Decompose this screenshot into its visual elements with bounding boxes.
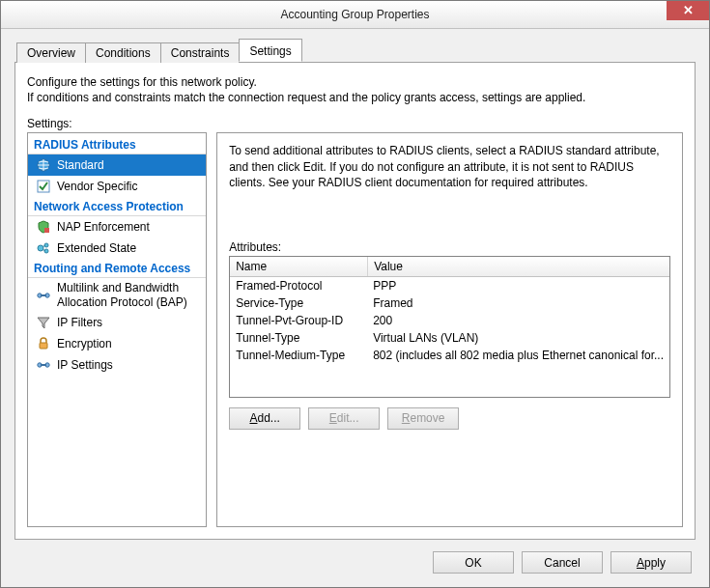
attr-value: Framed [367, 295, 669, 311]
attr-name: Service-Type [230, 295, 367, 311]
intro-text: Configure the settings for this network … [27, 74, 683, 105]
tree-item-nap-enforcement[interactable]: NAP Enforcement [28, 216, 206, 238]
tree-item-label: NAP Enforcement [57, 220, 200, 234]
attributes-table[interactable]: Name Value Framed-Protocol PPP Service-T… [229, 256, 670, 398]
attributes-header: Name Value [230, 257, 669, 277]
tree-item-label: IP Settings [57, 358, 200, 372]
dialog-button-row: OK Cancel Apply [1, 540, 709, 587]
tree-item-label: Standard [57, 158, 200, 172]
tree-item-ip-settings[interactable]: IP Settings [28, 354, 206, 376]
tree-item-vendor-specific[interactable]: Vendor Specific [28, 176, 206, 197]
tree-item-multilink-bap[interactable]: Multilink and Bandwidth Allocation Proto… [28, 278, 206, 312]
table-row[interactable]: Tunnel-Type Virtual LANs (VLAN) [230, 329, 669, 347]
column-header-value[interactable]: Value [368, 257, 669, 276]
attr-name: Tunnel-Type [230, 330, 367, 346]
attributes-label: Attributes: [229, 240, 670, 254]
svg-rect-9 [40, 343, 47, 349]
close-icon: ✕ [683, 3, 694, 17]
funnel-icon [36, 315, 51, 330]
tree-item-label: IP Filters [57, 316, 200, 329]
checkbox-icon [36, 179, 51, 194]
remove-button[interactable]: Remove [387, 407, 459, 430]
attr-name: Framed-Protocol [230, 278, 367, 294]
dialog-window: Accounting Group Properties ✕ Overview C… [0, 0, 710, 588]
attributes-button-row: Add... Edit... Remove [229, 407, 670, 430]
attr-value: 200 [367, 313, 669, 328]
close-button[interactable]: ✕ [667, 1, 709, 20]
tab-constraints[interactable]: Constraints [160, 42, 241, 63]
lock-icon [36, 336, 51, 351]
table-row[interactable]: Tunnel-Pvt-Group-ID 200 [230, 312, 669, 329]
ok-button[interactable]: OK [433, 551, 514, 574]
tab-overview[interactable]: Overview [16, 42, 86, 63]
tree-group-radius-attributes: RADIUS Attributes [28, 135, 206, 154]
intro-line-1: Configure the settings for this network … [27, 74, 683, 90]
tree-item-ip-filters[interactable]: IP Filters [28, 312, 206, 333]
table-row[interactable]: Framed-Protocol PPP [230, 277, 669, 294]
attr-value: PPP [367, 278, 669, 294]
tree-item-extended-state[interactable]: Extended State [28, 238, 206, 259]
svg-rect-8 [41, 294, 46, 296]
settings-tree[interactable]: RADIUS Attributes Standard Vendor Specif… [27, 132, 207, 527]
tree-item-encryption[interactable]: Encryption [28, 333, 206, 354]
tree-group-nap: Network Access Protection [28, 197, 206, 216]
attr-value: Virtual LANs (VLAN) [367, 330, 669, 346]
tree-group-rras: Routing and Remote Access [28, 259, 206, 278]
node-icon [36, 240, 51, 256]
panel-description: To send additional attributes to RADIUS … [229, 143, 670, 190]
svg-rect-12 [41, 364, 46, 366]
settings-label: Settings: [27, 117, 683, 130]
link-icon [36, 357, 51, 373]
attr-name: Tunnel-Pvt-Group-ID [230, 313, 367, 328]
add-button[interactable]: Add... [229, 407, 300, 430]
svg-point-3 [38, 245, 43, 251]
table-row[interactable]: Service-Type Framed [230, 294, 669, 312]
tree-item-standard[interactable]: Standard [28, 154, 206, 176]
intro-line-2: If conditions and constraints match the … [27, 90, 683, 105]
cancel-button[interactable]: Cancel [522, 551, 603, 574]
tab-page-settings: Configure the settings for this network … [14, 62, 696, 540]
table-row[interactable]: Tunnel-Medium-Type 802 (includes all 802… [230, 347, 669, 364]
tree-item-label: Extended State [57, 241, 200, 255]
window-title: Accounting Group Properties [280, 8, 429, 21]
attr-value: 802 (includes all 802 media plus Etherne… [367, 348, 669, 363]
tab-conditions[interactable]: Conditions [85, 42, 161, 63]
titlebar: Accounting Group Properties ✕ [1, 1, 709, 29]
edit-button[interactable]: Edit... [308, 407, 380, 430]
settings-split: RADIUS Attributes Standard Vendor Specif… [27, 132, 683, 527]
svg-rect-2 [44, 228, 49, 233]
shield-icon [36, 219, 51, 235]
settings-detail-panel: To send additional attributes to RADIUS … [216, 132, 683, 527]
tabstrip: Overview Conditions Constraints Settings [16, 39, 696, 62]
apply-button[interactable]: Apply [611, 551, 692, 574]
dialog-body: Overview Conditions Constraints Settings… [1, 29, 709, 540]
tree-item-label: Encryption [57, 337, 200, 350]
globe-icon [36, 157, 51, 173]
tree-item-label: Vendor Specific [57, 180, 200, 193]
tab-settings[interactable]: Settings [239, 39, 301, 62]
tree-item-label: Multilink and Bandwidth Allocation Proto… [57, 281, 200, 309]
column-header-name[interactable]: Name [230, 257, 368, 276]
link-icon [36, 288, 51, 303]
attr-name: Tunnel-Medium-Type [230, 348, 367, 363]
